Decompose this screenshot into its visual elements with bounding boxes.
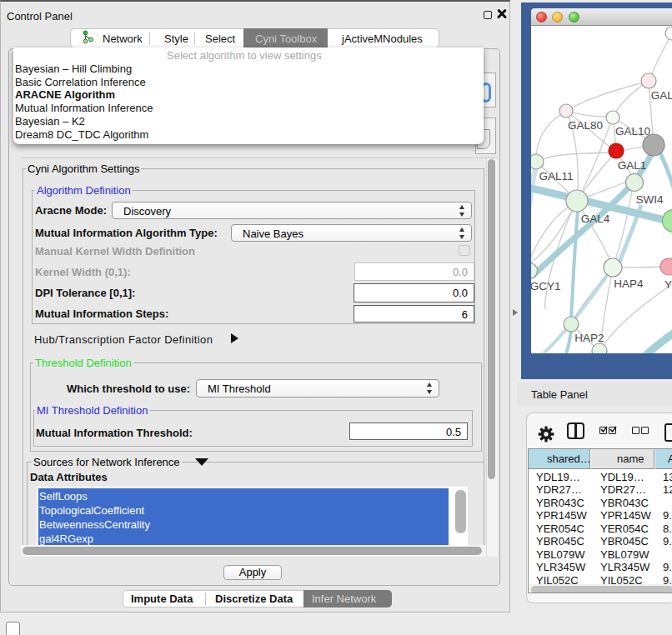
svg-text:YJ: YJ — [664, 278, 672, 291]
svg-text:GAL11: GAL11 — [539, 170, 573, 182]
svg-text:GAL7: GAL7 — [651, 89, 672, 102]
svg-text:SWI4: SWI4 — [635, 193, 663, 206]
svg-text:GAL4: GAL4 — [581, 212, 610, 225]
svg-text:HAP4: HAP4 — [614, 278, 644, 290]
svg-text:GAL80: GAL80 — [568, 119, 603, 132]
svg-text:GCY1: GCY1 — [531, 280, 560, 292]
svg-text:GAL1: GAL1 — [618, 159, 647, 172]
svg-text:GAL10: GAL10 — [615, 125, 650, 138]
svg-text:HAP2: HAP2 — [574, 332, 604, 344]
